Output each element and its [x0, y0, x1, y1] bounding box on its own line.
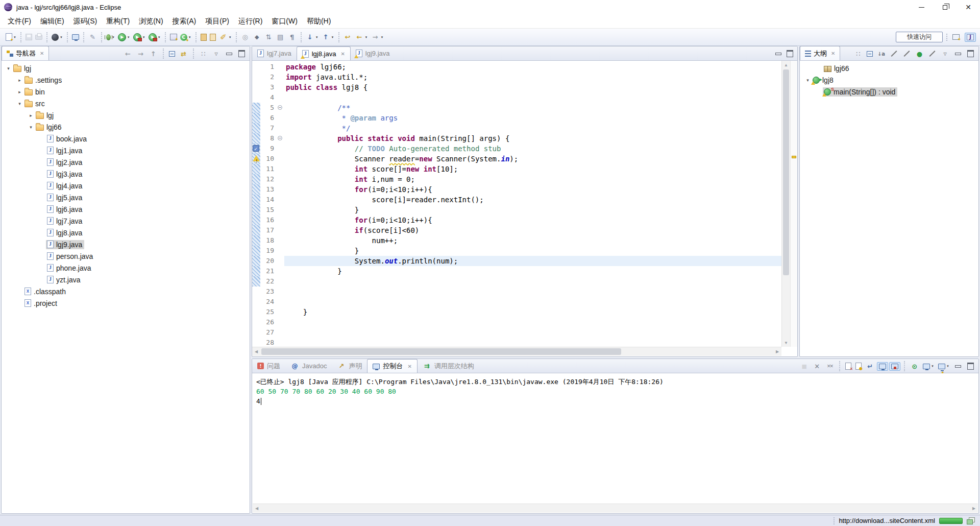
- close-icon[interactable]: ✕: [340, 51, 345, 57]
- code-line-12[interactable]: 12 int i,num = 0;: [252, 174, 781, 184]
- dropdown-arrow-icon[interactable]: ▼: [127, 36, 130, 39]
- new-class-button[interactable]: ▼: [179, 33, 193, 42]
- expand-arrow-icon[interactable]: ▾: [27, 125, 35, 130]
- scroll-right-arrow[interactable]: ▶: [773, 347, 781, 356]
- fold-collapse-icon[interactable]: −: [278, 105, 282, 110]
- code-text[interactable]: num++;: [284, 235, 781, 246]
- nav-back-button[interactable]: ←: [122, 49, 134, 59]
- tree-item-body[interactable]: phone.java: [46, 264, 93, 273]
- scroll-up-arrow[interactable]: ▲: [782, 61, 790, 69]
- collapse-all-button[interactable]: [167, 50, 177, 58]
- scroll-left-arrow[interactable]: ◀: [252, 347, 260, 356]
- view-tab-控制台[interactable]: 控制台✕: [367, 359, 417, 373]
- tree-item-lgj[interactable]: ▾lgj: [2, 62, 250, 74]
- code-line-4[interactable]: 4: [252, 92, 781, 103]
- code-line-27[interactable]: 27: [252, 327, 781, 338]
- dropdown-arrow-icon[interactable]: ▼: [931, 365, 934, 368]
- tree-item-body[interactable]: book.java: [46, 134, 89, 144]
- clipboard-button[interactable]: [208, 33, 217, 42]
- code-text[interactable]: for(i=0;i<10;i++){: [284, 184, 781, 195]
- menu-item-2[interactable]: 源码(S): [69, 15, 102, 28]
- tree-item-.project[interactable]: .project: [2, 297, 250, 309]
- close-icon[interactable]: ✕: [831, 51, 835, 56]
- show-stderr-button[interactable]: [889, 362, 900, 371]
- menu-item-6[interactable]: 项目(P): [201, 15, 234, 28]
- tree-item-body[interactable]: .project: [23, 299, 59, 308]
- code-line-5[interactable]: 5− /**: [252, 103, 781, 113]
- tree-item-lgj6.java[interactable]: lgj6.java: [2, 203, 250, 215]
- collapse-all-button[interactable]: [865, 50, 874, 58]
- view-tab-调用层次结构[interactable]: 调用层次结构: [418, 359, 479, 373]
- code-text[interactable]: [284, 327, 781, 338]
- display-console-button[interactable]: ▼: [921, 363, 936, 370]
- tree-item-body[interactable]: lgj8.java: [46, 228, 84, 237]
- pen-button[interactable]: ✎: [87, 32, 99, 42]
- code-line-17[interactable]: 17 if(score[i]<60): [252, 225, 781, 235]
- link-editor-button[interactable]: ⇄: [178, 49, 189, 59]
- tree-item-body[interactable]: src: [23, 99, 47, 108]
- outline-item-lgj66[interactable]: lgj66: [800, 62, 978, 74]
- code-line-20[interactable]: 20 System.out.println(num);: [252, 256, 781, 266]
- code-line-8[interactable]: 8− public static void main(String[] args…: [252, 133, 781, 144]
- expand-arrow-icon[interactable]: ▸: [16, 78, 23, 83]
- maximize-view-button[interactable]: [236, 49, 248, 59]
- menu-item-4[interactable]: 浏览(N): [134, 15, 167, 28]
- dropdown-arrow-icon[interactable]: ▼: [380, 36, 383, 39]
- expand-arrow-icon[interactable]: ▾: [5, 66, 12, 71]
- type-hierarchy-button[interactable]: ⇅: [263, 32, 275, 42]
- quill-button[interactable]: ◆: [251, 32, 263, 42]
- code-text[interactable]: [284, 92, 781, 103]
- code-text[interactable]: package lgj66;: [284, 62, 781, 72]
- dropdown-arrow-icon[interactable]: ▼: [158, 36, 161, 39]
- dropdown-arrow-icon[interactable]: ▼: [331, 36, 334, 39]
- editor-tab-lgj8.java[interactable]: lgj8.java✕: [297, 46, 351, 60]
- tree-item-body[interactable]: lgj66: [35, 123, 64, 132]
- tree-item-lgj2.java[interactable]: lgj2.java: [2, 156, 250, 168]
- code-text[interactable]: [284, 338, 781, 347]
- editor-tab-lgj9.java[interactable]: lgj9.java: [351, 46, 395, 60]
- dropdown-arrow-icon[interactable]: ▼: [229, 36, 232, 39]
- outline-item-body[interactable]: lgj8: [812, 76, 836, 85]
- expand-arrow-icon[interactable]: ▸: [16, 89, 23, 94]
- console-horizontal-scrollbar[interactable]: ◀ ▶: [253, 504, 978, 513]
- tree-item-body[interactable]: yzt.java: [46, 275, 82, 284]
- close-icon[interactable]: ✕: [407, 364, 411, 369]
- tree-item-yzt.java[interactable]: yzt.java: [2, 274, 250, 285]
- code-line-24[interactable]: 24: [252, 297, 781, 307]
- code-text[interactable]: score[i]=reader.nextInt();: [284, 195, 781, 205]
- expand-arrow-icon[interactable]: ▸: [27, 113, 35, 118]
- code-text[interactable]: }: [284, 266, 781, 276]
- maximize-view-button[interactable]: [965, 361, 976, 372]
- code-line-28[interactable]: 28: [252, 338, 781, 347]
- tree-item-body[interactable]: lgj3.java: [46, 170, 84, 179]
- menu-item-1[interactable]: 编辑(E): [36, 15, 69, 28]
- code-line-21[interactable]: 21 }: [252, 266, 781, 276]
- open-console-button[interactable]: ▼: [937, 363, 951, 370]
- code-text[interactable]: [284, 286, 781, 297]
- tree-item-phone.java[interactable]: phone.java: [2, 262, 250, 274]
- minimize-view-button[interactable]: [223, 49, 235, 59]
- outline-item-body[interactable]: lgj66: [823, 64, 851, 73]
- code-text[interactable]: // TODO Auto-generated method stub: [284, 144, 781, 154]
- remove-all-launches-button[interactable]: [824, 361, 836, 372]
- menu-item-9[interactable]: 帮助(H): [302, 15, 335, 28]
- maximize-editor-button[interactable]: [785, 49, 795, 59]
- minimize-view-button[interactable]: [952, 361, 964, 372]
- coverage-button[interactable]: ▼: [132, 32, 147, 42]
- new-java-project-button[interactable]: [168, 33, 179, 41]
- new-wizard-button[interactable]: ▼: [4, 32, 18, 42]
- show-stdout-button[interactable]: [877, 362, 888, 371]
- menu-item-8[interactable]: 窗口(W): [267, 15, 302, 28]
- tree-item-lgj[interactable]: ▸lgj: [2, 109, 250, 121]
- close-icon[interactable]: ✕: [40, 51, 44, 56]
- tree-item-body[interactable]: person.java: [46, 252, 95, 261]
- code-text[interactable]: /**: [284, 103, 781, 113]
- fold-collapse-icon[interactable]: −: [278, 136, 282, 140]
- tree-item-lgj5.java[interactable]: lgj5.java: [2, 192, 250, 203]
- code-line-19[interactable]: 19 }: [252, 246, 781, 256]
- tree-item-lgj3.java[interactable]: lgj3.java: [2, 168, 250, 180]
- tree-item-lgj8.java[interactable]: lgj8.java: [2, 227, 250, 238]
- nav-forward-button[interactable]: →: [135, 49, 146, 59]
- view-tab-问题[interactable]: 问题: [252, 359, 285, 373]
- scroll-left-arrow[interactable]: ◀: [253, 504, 261, 513]
